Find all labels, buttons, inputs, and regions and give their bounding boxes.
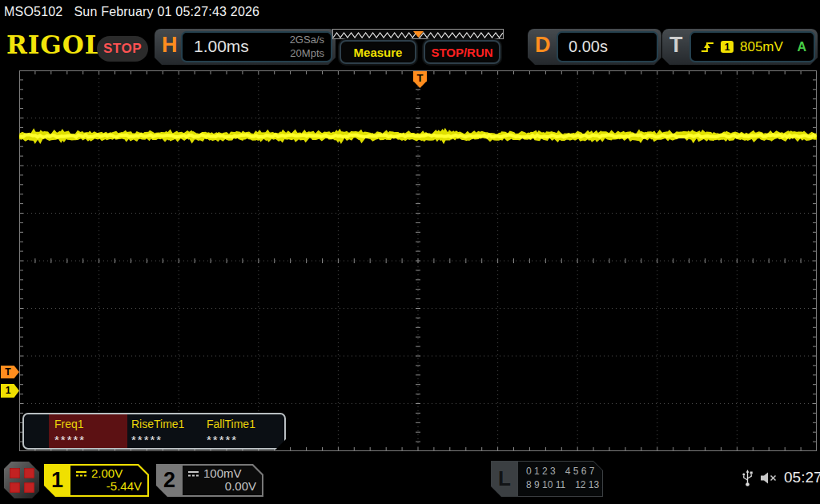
red-squares-glyph bbox=[10, 468, 34, 493]
graticule-area[interactable] bbox=[19, 70, 817, 451]
trigger-mode: A bbox=[797, 40, 806, 54]
rigol-logo: RIGOL bbox=[6, 30, 103, 59]
sample-rate: 2GSa/s bbox=[290, 34, 324, 47]
delay-value: 0.00s bbox=[569, 38, 608, 56]
logic-group: 12 13 14 15 bbox=[575, 478, 625, 492]
horizontal-settings-group[interactable]: H 1.00ms 2GSa/s 20Mpts bbox=[155, 29, 336, 65]
trigger-box[interactable]: 1 805mV A bbox=[689, 31, 815, 62]
top-info-bar: MSO5102Sun February 01 05:27:43 2026 bbox=[4, 5, 259, 19]
measurement-value: ***** bbox=[131, 433, 207, 446]
measure-button[interactable]: Measure bbox=[340, 40, 416, 64]
clock-text: 05:27 bbox=[784, 469, 820, 486]
waveform-preview-strip[interactable] bbox=[332, 29, 504, 39]
measurement-item[interactable]: Freq1 ***** bbox=[54, 418, 131, 446]
delay-settings-group[interactable]: D 0.00s bbox=[528, 29, 661, 65]
oscilloscope-screen: MSO5102Sun February 01 05:27:43 2026 RIG… bbox=[0, 0, 820, 504]
horizontal-label: H bbox=[162, 33, 178, 58]
channel1-readout: 2.00V -5.44V bbox=[70, 466, 147, 495]
trigger-level-marker[interactable]: T bbox=[1, 366, 19, 378]
measurement-label: Freq1 bbox=[54, 418, 131, 430]
dc-coupling-icon bbox=[187, 470, 199, 478]
measurement-panel[interactable]: Freq1 ***** RiseTime1 ***** FallTime1 **… bbox=[22, 413, 286, 450]
memory-depth: 20Mpts bbox=[290, 47, 324, 61]
logic-channel-numbers: 0 1 2 3 4 5 6 7 8 9 10 11 12 13 14 15 bbox=[518, 462, 602, 496]
measurement-item[interactable]: RiseTime1 ***** bbox=[131, 418, 207, 446]
logic-group: 0 1 2 3 bbox=[526, 465, 556, 478]
timebase-value: 1.00ms bbox=[194, 37, 249, 56]
trigger-label: T bbox=[669, 33, 683, 58]
logic-group: 4 5 6 7 bbox=[565, 465, 595, 478]
stop-run-button[interactable]: STOP/RUN bbox=[424, 40, 500, 64]
speaker-muted-icon bbox=[760, 472, 778, 484]
channel2-readout: 100mV 0.00V bbox=[183, 466, 262, 495]
acquisition-info: 2GSa/s 20Mpts bbox=[290, 34, 324, 61]
channel2-scale: 100mV bbox=[203, 466, 242, 480]
logic-channels-widget[interactable]: L 0 1 2 3 4 5 6 7 8 9 10 11 12 13 14 15 bbox=[491, 461, 603, 497]
delay-box[interactable]: 0.00s bbox=[557, 31, 658, 62]
graticule-grid bbox=[19, 70, 817, 451]
channel1-widget[interactable]: 1 2.00V -5.44V bbox=[44, 464, 149, 497]
channel1-ground-marker[interactable]: 1 bbox=[1, 384, 19, 398]
model-name: MSO5102 bbox=[4, 5, 62, 18]
channel1-offset: -5.44V bbox=[75, 479, 142, 493]
timebase-box[interactable]: 1.00ms 2GSa/s 20Mpts bbox=[181, 31, 332, 62]
channel1-scale: 2.00V bbox=[91, 466, 123, 480]
measurement-value: ***** bbox=[207, 433, 283, 446]
measurement-label: FallTime1 bbox=[207, 418, 283, 430]
status-icons: 05:27 bbox=[742, 468, 820, 487]
trigger-source-badge: 1 bbox=[721, 41, 734, 53]
grid-menu-icon[interactable] bbox=[4, 462, 39, 498]
channel2-number: 2 bbox=[156, 464, 183, 497]
run-state-indicator[interactable]: STOP bbox=[97, 36, 148, 62]
measurement-value: ***** bbox=[54, 433, 131, 446]
channel1-number: 1 bbox=[44, 464, 70, 497]
measurement-label: RiseTime1 bbox=[131, 418, 207, 430]
logic-label: L bbox=[491, 461, 518, 497]
measurement-item[interactable]: FallTime1 ***** bbox=[207, 418, 283, 446]
dc-coupling-icon bbox=[75, 470, 87, 478]
datetime-text: Sun February 01 05:27:43 2026 bbox=[74, 5, 259, 18]
trigger-settings-group[interactable]: T 1 805mV A bbox=[662, 29, 818, 65]
rising-edge-trigger-icon bbox=[701, 41, 714, 54]
usb-icon bbox=[742, 468, 754, 487]
logic-group: 8 9 10 11 bbox=[526, 478, 565, 492]
trigger-level-value: 805mV bbox=[740, 39, 783, 55]
delay-label: D bbox=[535, 33, 551, 58]
channel2-widget[interactable]: 2 100mV 0.00V bbox=[156, 464, 263, 497]
channel2-offset: 0.00V bbox=[187, 479, 256, 493]
